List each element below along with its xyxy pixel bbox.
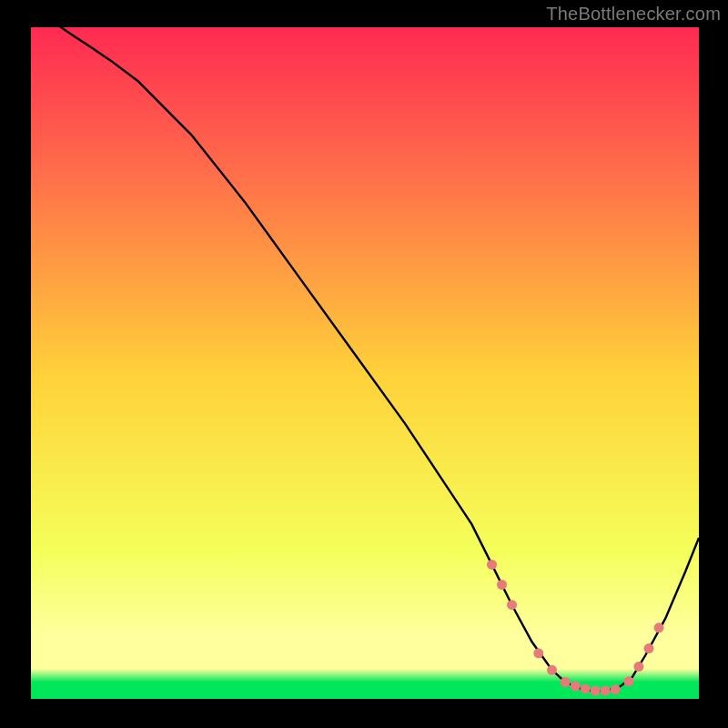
marker-dot: [561, 677, 571, 687]
marker-dot: [611, 684, 621, 694]
marker-dot: [633, 662, 643, 672]
marker-dot: [571, 682, 581, 692]
marker-dot: [497, 580, 507, 590]
marker-dot: [487, 560, 497, 570]
marker-dot: [547, 665, 557, 675]
gradient-background: [31, 27, 699, 699]
marker-dot: [644, 643, 654, 653]
marker-dot: [581, 683, 591, 693]
marker-dot: [533, 648, 543, 658]
marker-dot: [623, 676, 633, 686]
plot-area: [31, 27, 699, 699]
chart-container: TheBottlenecker.com: [0, 0, 728, 728]
attribution-text: TheBottlenecker.com: [546, 4, 721, 25]
marker-dot: [601, 686, 611, 696]
marker-dot: [654, 622, 664, 632]
marker-dot: [591, 686, 601, 696]
marker-dot: [507, 600, 517, 610]
bottleneck-chart: [31, 27, 699, 699]
